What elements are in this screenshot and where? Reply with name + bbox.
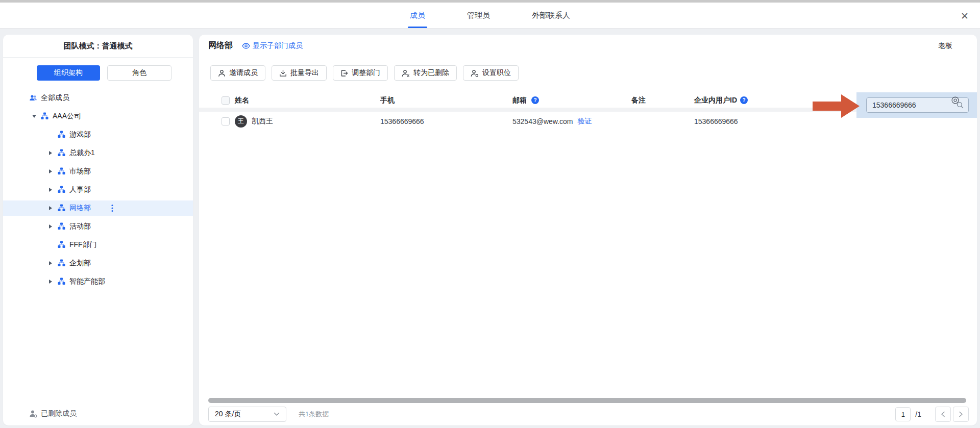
tree-item-aaa-company[interactable]: AAA公司 xyxy=(3,109,193,124)
adjust-department-label: 调整部门 xyxy=(352,68,380,78)
tree-item-president-office[interactable]: 总裁办1 xyxy=(3,145,193,161)
member-name-cell: 王 凯西王 xyxy=(232,115,380,128)
tree-item-label: 网络部 xyxy=(69,204,91,213)
tree-item-network-dept[interactable]: 网络部 xyxy=(3,200,193,216)
header-phone: 手机 xyxy=(380,96,512,105)
tree-item-label: 游戏部 xyxy=(69,130,91,139)
caret-right-icon[interactable] xyxy=(49,151,58,155)
tree-item-fff-dept[interactable]: FFF部门 xyxy=(3,237,193,253)
deleted-members-link[interactable]: 已删除成员 xyxy=(29,409,77,418)
tree-item-hr-dept[interactable]: 人事部 xyxy=(3,182,193,197)
department-icon xyxy=(41,112,49,120)
department-icon xyxy=(58,167,66,175)
tree-item-activity-dept[interactable]: 活动部 xyxy=(3,219,193,234)
adjust-department-button[interactable]: 调整部门 xyxy=(333,65,388,81)
select-all-checkbox[interactable] xyxy=(222,96,230,105)
caret-right-icon[interactable] xyxy=(49,206,58,210)
members-panel: 网络部 显示子部门成员 老板 邀请成员 批量导出 xyxy=(199,35,977,425)
header-email: 邮箱 ? xyxy=(512,96,631,105)
page-number-input[interactable] xyxy=(895,407,911,421)
tree-item-label: 人事部 xyxy=(69,185,91,194)
caret-down-icon[interactable] xyxy=(32,115,41,118)
tree-item-game-dept[interactable]: 游戏部 xyxy=(3,127,193,142)
tab-admins[interactable]: 管理员 xyxy=(467,3,490,28)
org-structure-button[interactable]: 组织架构 xyxy=(37,65,100,81)
sidebar-view-switch: 组织架构 角色 xyxy=(37,65,172,81)
tab-admins-label: 管理员 xyxy=(467,11,490,20)
members-table-header: 姓名 手机 邮箱 ? 备注 企业内用户ID ? xyxy=(199,93,977,108)
avatar: 王 xyxy=(235,115,247,128)
eye-icon xyxy=(242,43,250,49)
horizontal-scrollbar[interactable] xyxy=(208,398,966,403)
member-email: 532543@wew.com xyxy=(512,117,573,125)
row-checkbox[interactable] xyxy=(222,117,230,125)
tab-external-contacts-label: 外部联系人 xyxy=(532,11,570,20)
department-icon xyxy=(58,259,66,267)
set-position-label: 设置职位 xyxy=(482,68,511,78)
next-page-button[interactable] xyxy=(953,407,969,422)
header-email-label: 邮箱 xyxy=(512,96,527,105)
tree-item-smart-capacity-dept[interactable]: 智能产能部 xyxy=(3,274,193,289)
column-settings-icon[interactable] xyxy=(951,96,960,105)
person-remove-icon xyxy=(402,69,410,77)
tree-item-label: 总裁办1 xyxy=(69,148,95,158)
help-icon[interactable]: ? xyxy=(531,96,539,104)
download-icon xyxy=(279,69,287,77)
invite-member-button[interactable]: 邀请成员 xyxy=(210,65,265,81)
tree-item-label: 市场部 xyxy=(69,167,91,176)
show-subdept-members-label: 显示子部门成员 xyxy=(253,41,303,51)
department-icon xyxy=(58,241,66,249)
panel-title-row: 网络部 显示子部门成员 老板 xyxy=(199,35,977,57)
page-size-value: 20 条/页 xyxy=(215,410,241,419)
more-actions-icon[interactable] xyxy=(111,204,113,212)
member-email-cell: 532543@wew.com 验证 xyxy=(512,117,631,126)
caret-right-icon[interactable] xyxy=(49,169,58,173)
person-icon xyxy=(218,69,226,77)
header-user-id: 企业内用户ID ? xyxy=(694,96,977,105)
tree-item-marketing-dept[interactable]: 市场部 xyxy=(3,164,193,179)
prev-page-button[interactable] xyxy=(935,407,951,422)
deleted-members-label: 已删除成员 xyxy=(41,409,77,418)
role-button[interactable]: 角色 xyxy=(107,65,172,81)
total-count-text: 共1条数据 xyxy=(299,410,329,419)
tree-item-label: 活动部 xyxy=(69,222,91,231)
header-name: 姓名 xyxy=(232,96,380,105)
member-user-id: 15366669666 xyxy=(694,117,977,125)
tab-members[interactable]: 成员 xyxy=(410,3,425,28)
tree-item-label: AAA公司 xyxy=(53,112,81,121)
tree-item-label: FFF部门 xyxy=(69,240,97,249)
tree-item-all-members[interactable]: 全部成员 xyxy=(3,90,193,106)
caret-right-icon[interactable] xyxy=(49,261,58,265)
tree-item-label: 企划部 xyxy=(69,259,91,268)
invite-member-label: 邀请成员 xyxy=(229,68,258,78)
header-name-label: 姓名 xyxy=(235,96,249,105)
show-subdept-members-link[interactable]: 显示子部门成员 xyxy=(242,41,303,51)
help-icon[interactable]: ? xyxy=(740,96,748,104)
deleted-member-icon xyxy=(29,410,37,418)
tree-item-label: 智能产能部 xyxy=(69,277,105,286)
owner-label[interactable]: 老板 xyxy=(938,41,952,51)
caret-right-icon[interactable] xyxy=(49,280,58,284)
batch-export-label: 批量导出 xyxy=(290,68,319,78)
caret-right-icon[interactable] xyxy=(49,224,58,229)
caret-right-icon[interactable] xyxy=(49,188,58,192)
batch-export-button[interactable]: 批量导出 xyxy=(272,65,327,81)
department-title: 网络部 xyxy=(208,40,233,51)
move-to-deleted-button[interactable]: 转为已删除 xyxy=(394,65,457,81)
team-mode-title: 团队模式：普通模式 xyxy=(3,35,193,58)
department-icon xyxy=(58,222,66,231)
verify-email-link[interactable]: 验证 xyxy=(578,117,592,126)
tab-bar: 成员 管理员 外部联系人 xyxy=(410,3,570,28)
member-admin-screen: 成员 管理员 外部联系人 ✕ 团队模式：普通模式 组织架构 角色 全部成员 xyxy=(0,0,980,428)
set-position-button[interactable]: 设置职位 xyxy=(463,65,519,81)
department-icon xyxy=(58,186,66,194)
move-out-icon xyxy=(340,69,348,77)
header-user-id-label: 企业内用户ID xyxy=(694,96,737,105)
page-total-label: /1 xyxy=(915,410,921,418)
tab-external-contacts[interactable]: 外部联系人 xyxy=(532,3,570,28)
member-name: 凯西王 xyxy=(252,117,273,126)
tree-item-planning-dept[interactable]: 企划部 xyxy=(3,256,193,271)
tree-item-label: 全部成员 xyxy=(41,93,69,103)
page-size-select[interactable]: 20 条/页 xyxy=(208,407,286,422)
close-icon[interactable]: ✕ xyxy=(959,10,971,22)
